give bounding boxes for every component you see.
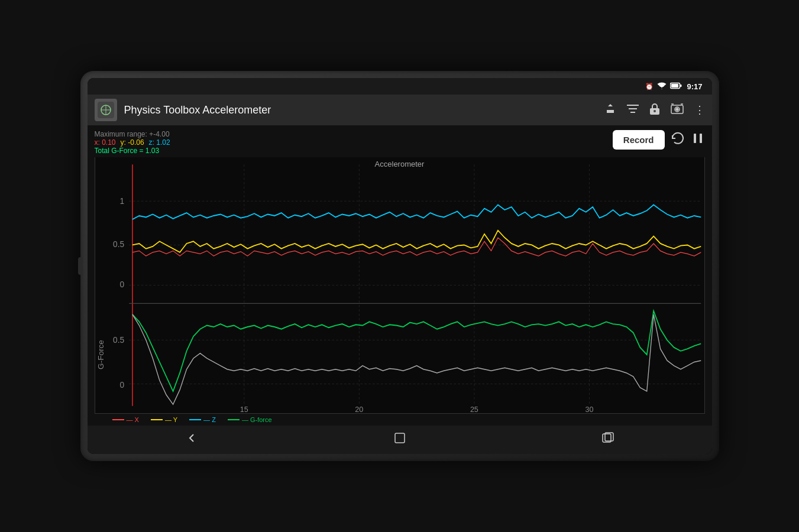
back-button[interactable]: [185, 431, 199, 449]
svg-text:0.5: 0.5: [113, 335, 124, 345]
legend-gforce-line: [228, 419, 240, 420]
legend-gforce-label: — G-force: [242, 416, 272, 423]
svg-point-11: [654, 110, 656, 112]
chart-svg: 1 0.5 0 0.5 0 G-Force 15 20 25 30 Time (…: [95, 157, 704, 413]
svg-text:1: 1: [119, 196, 124, 206]
lock-icon[interactable]: [649, 103, 660, 118]
svg-rect-42: [395, 433, 405, 443]
x-value: x: 0.10: [95, 138, 116, 147]
toolbar-icons: ⋮: [604, 103, 705, 118]
status-time: 9:17: [687, 82, 702, 91]
legend-z-line: [189, 419, 201, 420]
legend-z-label: — Z: [203, 416, 216, 423]
svg-text:15: 15: [240, 404, 248, 413]
svg-rect-2: [680, 85, 682, 87]
recents-button[interactable]: [601, 431, 615, 449]
svg-text:0.5: 0.5: [113, 239, 124, 249]
share-icon[interactable]: [604, 103, 616, 118]
svg-text:30: 30: [585, 404, 593, 413]
wifi-icon: [657, 82, 667, 90]
status-icons: ⏰: [645, 82, 682, 90]
svg-text:G-Force: G-Force: [96, 340, 105, 369]
status-bar: ⏰: [88, 78, 712, 95]
chart-area: Accelerometer: [95, 157, 705, 414]
tablet-device: ⏰: [80, 71, 719, 461]
chart-title: Accelerometer: [375, 160, 425, 168]
legend-x-line: [112, 419, 124, 420]
legend-y-line: [151, 419, 163, 420]
legend-y-label: — Y: [165, 416, 177, 423]
tablet-screen: ⏰: [88, 78, 712, 454]
svg-point-16: [676, 108, 678, 111]
nav-bar: [88, 426, 712, 454]
svg-rect-18: [700, 134, 702, 143]
legend-x-label: — X: [127, 416, 139, 423]
y-value: y: -0.06: [121, 138, 144, 147]
svg-text:25: 25: [470, 404, 478, 413]
legend: — X — Y — Z — G-force: [95, 414, 705, 426]
app-icon: [95, 99, 117, 121]
record-button[interactable]: Record: [613, 130, 665, 150]
svg-text:0: 0: [119, 379, 124, 390]
pause-button[interactable]: [691, 131, 705, 148]
alarm-icon: ⏰: [645, 83, 654, 90]
svg-text:20: 20: [355, 404, 363, 413]
home-button[interactable]: [393, 431, 407, 449]
more-options-icon[interactable]: ⋮: [694, 103, 705, 116]
screenshot-icon[interactable]: [671, 103, 684, 117]
svg-text:0: 0: [119, 280, 124, 290]
app-bar: Physics Toolbox Accelerometer: [88, 95, 712, 125]
reset-button[interactable]: [671, 131, 685, 148]
z-value: z: 1.02: [149, 138, 170, 147]
legend-x: — X: [112, 416, 139, 423]
svg-rect-17: [694, 134, 696, 143]
camera-bump: [78, 257, 83, 275]
legend-y: — Y: [151, 416, 177, 423]
legend-gforce: — G-force: [228, 416, 272, 423]
battery-icon: [670, 82, 682, 90]
main-content: Maximum range: +-4.00 x: 0.10 y: -0.06 z…: [88, 125, 712, 426]
filter-icon[interactable]: [627, 104, 639, 116]
legend-z: — Z: [189, 416, 216, 423]
app-title: Physics Toolbox Accelerometer: [124, 104, 597, 116]
svg-rect-1: [671, 84, 678, 87]
controls: Record: [613, 130, 705, 150]
